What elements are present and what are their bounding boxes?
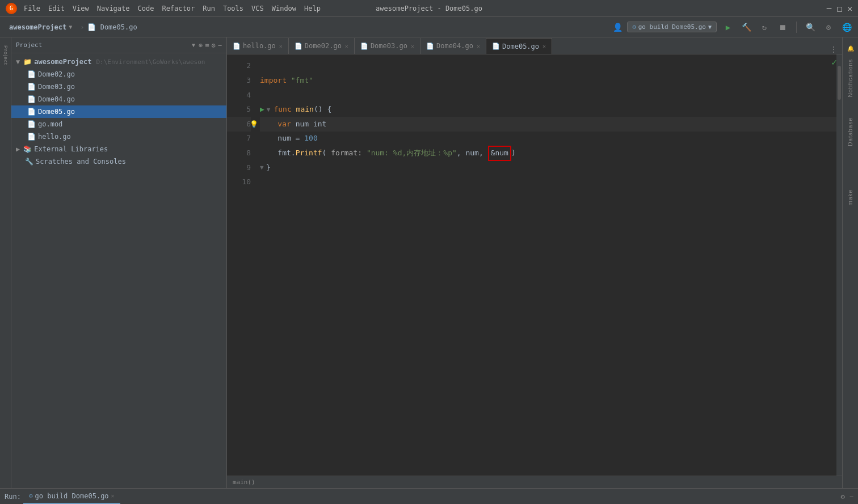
code-line-7: num = 100 xyxy=(260,132,836,146)
tab-close-dome04[interactable]: ✕ xyxy=(477,43,480,49)
file-tree-content: ▼ 📁 awesomeProject D:\Environment\GoWork… xyxy=(11,53,226,488)
dot-1: . xyxy=(291,147,296,159)
bottom-settings-icon[interactable]: ⚙ xyxy=(841,493,845,501)
go-file-icon: 📄 xyxy=(27,70,36,78)
tree-settings-icon[interactable]: ⚙ xyxy=(212,41,216,49)
kw-var: var xyxy=(277,118,295,130)
tree-scratches[interactable]: 🔧 Scratches and Consoles xyxy=(11,155,226,168)
main-layout: Project Project ▼ ⊕ ≡ ⚙ − ▼ 📁 awesomePro… xyxy=(0,37,858,488)
menu-refactor[interactable]: Refactor xyxy=(162,5,195,12)
right-notifications-icon[interactable]: 🔔 xyxy=(844,42,857,54)
lightbulb-icon[interactable]: 💡 xyxy=(250,119,258,130)
menu-file[interactable]: File xyxy=(24,5,40,12)
menu-tools[interactable]: Tools xyxy=(223,5,243,12)
tree-locate-icon[interactable]: ⊕ xyxy=(199,41,203,49)
tab-close-hello[interactable]: ✕ xyxy=(279,43,283,49)
build-button[interactable]: 🔨 xyxy=(739,20,753,34)
run-config-dropdown[interactable]: ▼ xyxy=(708,24,712,30)
run-configuration[interactable]: ⚙ go build Dome05.go ▼ xyxy=(627,22,717,32)
scrollbar-thumb[interactable] xyxy=(838,66,841,100)
tree-item-hello[interactable]: 📄 hello.go xyxy=(11,130,226,143)
settings-button[interactable]: ⚙ xyxy=(822,20,835,34)
tree-external-libraries[interactable]: ▶ 📚 External Libraries xyxy=(11,143,226,155)
code-content: 2 3 4 5 6 7 8 9 10 xyxy=(227,54,842,476)
toolbar-divider xyxy=(796,22,797,33)
kw-func: func xyxy=(274,104,296,116)
tab-label: hello.go xyxy=(243,42,276,50)
maximize-button[interactable]: □ xyxy=(837,4,842,13)
code-lines: import "fmt" ▶ ▼ func main() { 💡 xyxy=(255,54,836,476)
go-file-icon-selected: 📄 xyxy=(27,108,36,116)
indent-6 xyxy=(260,118,277,130)
ampersand-num: &num xyxy=(488,146,511,161)
logo-button[interactable]: 🌐 xyxy=(840,20,853,34)
tab-close-dome05[interactable]: ✕ xyxy=(542,43,546,49)
tab-dome03[interactable]: 📄 Dome03.go ✕ xyxy=(355,38,420,54)
tree-item-dome03[interactable]: 📄 Dome03.go xyxy=(11,81,226,93)
profile-icon[interactable]: 👤 xyxy=(613,23,623,32)
tree-file-label: Dome02.go xyxy=(38,70,75,78)
stop-button[interactable]: ⏹ xyxy=(776,20,789,34)
tab-dome05-active[interactable]: 📄 Dome05.go ✕ xyxy=(486,38,552,54)
type-int: int xyxy=(313,118,326,130)
scratch-icon: 🔧 xyxy=(25,158,33,166)
right-database-label[interactable]: Database xyxy=(847,117,853,146)
right-notifications-label[interactable]: Notifications xyxy=(847,59,853,97)
tree-item-dome04[interactable]: 📄 Dome04.go xyxy=(11,93,226,105)
menu-view[interactable]: View xyxy=(73,5,89,12)
ln-8: 8 xyxy=(227,146,251,161)
check-icon: ✓ xyxy=(831,57,837,67)
menu-code[interactable]: Code xyxy=(138,5,154,12)
file-tree-chevron: ▼ xyxy=(192,42,195,48)
menu-help[interactable]: Help xyxy=(304,5,321,12)
close-button[interactable]: ✕ xyxy=(848,4,852,13)
run-tab-close[interactable]: ✕ xyxy=(111,493,115,499)
paren-open: ( xyxy=(322,147,327,159)
right-make-label[interactable]: make xyxy=(847,189,853,205)
tab-settings-icon[interactable]: ⋮ xyxy=(830,45,838,54)
tab-bar: 📄 hello.go ✕ 📄 Dome02.go ✕ 📄 Dome03.go ✕… xyxy=(227,37,842,54)
run-arrow-icon[interactable]: ▶ xyxy=(260,104,264,116)
tree-close-icon[interactable]: − xyxy=(218,41,222,49)
tree-collapse-icon[interactable]: ≡ xyxy=(205,41,209,49)
tab-dome04[interactable]: 📄 Dome04.go ✕ xyxy=(420,38,486,54)
bottom-minimize-icon[interactable]: − xyxy=(849,493,853,501)
menu-window[interactable]: Window xyxy=(272,5,296,12)
fmt-pkg: fmt xyxy=(277,147,291,159)
title-bar: G File Edit View Navigate Code Refactor … xyxy=(0,0,858,17)
tab-close-dome03[interactable]: ✕ xyxy=(411,43,414,49)
menu-navigate[interactable]: Navigate xyxy=(97,5,130,12)
project-side-label[interactable]: Project xyxy=(3,45,9,65)
project-selector[interactable]: awesomeProject ▼ xyxy=(5,22,77,32)
code-line-8: fmt . Printf ( format: "num: %d,内存地址：%p"… xyxy=(260,146,836,161)
ln-7: 7 xyxy=(227,132,251,146)
tab-dome02[interactable]: 📄 Dome02.go ✕ xyxy=(289,38,355,54)
tree-item-dome02[interactable]: 📄 Dome02.go xyxy=(11,68,226,81)
str-format: "num: %d,内存地址：%p" xyxy=(367,147,457,159)
run-tab-label: go build Dome05.go xyxy=(35,492,109,500)
rerun-button[interactable]: ↻ xyxy=(758,20,771,34)
menu-vcs[interactable]: VCS xyxy=(251,5,264,12)
tree-item-dome05[interactable]: 📄 Dome05.go xyxy=(11,105,226,118)
editor-scrollbar[interactable]: ✓ xyxy=(836,54,842,476)
window-controls[interactable]: ─ □ ✕ xyxy=(827,4,852,13)
bottom-tab-run[interactable]: ⚙ go build Dome05.go ✕ xyxy=(23,489,120,504)
run-button[interactable]: ▶ xyxy=(721,20,735,34)
tab-hello[interactable]: 📄 hello.go ✕ xyxy=(227,38,289,54)
tree-root-label: awesomeProject xyxy=(34,58,91,66)
menu-bar[interactable]: File Edit View Navigate Code Refactor Ru… xyxy=(24,5,321,12)
brace-close: ▼ xyxy=(260,163,264,173)
tree-item-gomod[interactable]: 📄 go.mod xyxy=(11,118,226,130)
bottom-tab-bar: Run: ⚙ go build Dome05.go ✕ ⚙ − xyxy=(0,489,858,504)
search-button[interactable]: 🔍 xyxy=(804,20,817,34)
tab-close-dome02[interactable]: ✕ xyxy=(345,43,348,49)
tree-root[interactable]: ▼ 📁 awesomeProject D:\Environment\GoWork… xyxy=(11,56,226,68)
minimize-button[interactable]: ─ xyxy=(827,4,831,13)
code-editor[interactable]: 2 3 4 5 6 7 8 9 10 xyxy=(227,54,842,476)
tab-label: Dome02.go xyxy=(305,42,342,50)
tab-label: Dome04.go xyxy=(436,42,473,50)
param-format: format: xyxy=(326,147,366,159)
editor-right-wrapper: 📄 hello.go ✕ 📄 Dome02.go ✕ 📄 Dome03.go ✕… xyxy=(227,37,858,488)
menu-run[interactable]: Run xyxy=(203,5,215,12)
menu-edit[interactable]: Edit xyxy=(48,5,65,12)
